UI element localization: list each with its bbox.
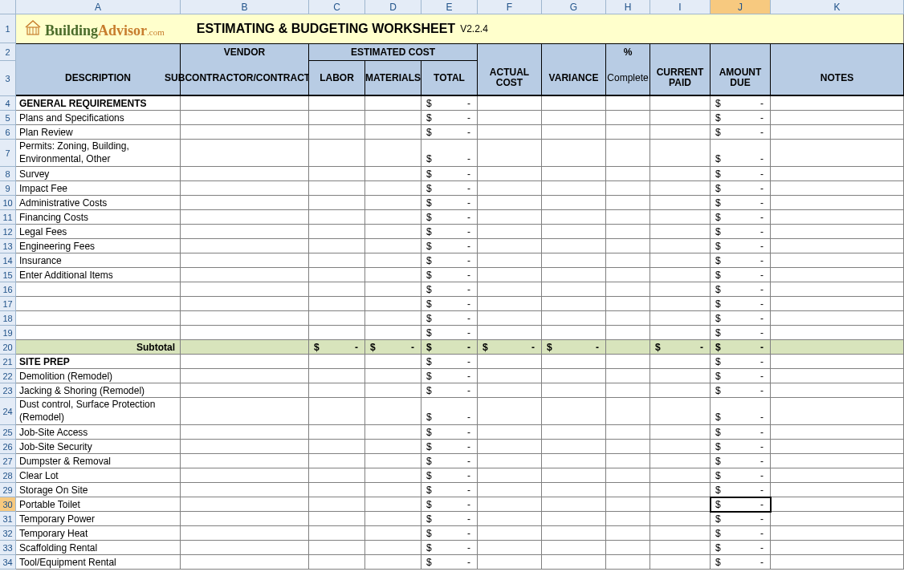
total-cell[interactable]: $- (421, 398, 478, 425)
row-header-17[interactable]: 17 (0, 297, 16, 311)
materials-cell[interactable] (365, 196, 421, 210)
materials-cell[interactable] (365, 225, 421, 239)
row-header-33[interactable]: 33 (0, 541, 16, 555)
total-cell[interactable]: $- (421, 425, 478, 440)
variance-cell[interactable] (542, 311, 606, 326)
total-cell[interactable]: $- (421, 526, 478, 541)
labor-cell[interactable] (309, 326, 365, 340)
actual-cell[interactable] (478, 526, 542, 541)
total-cell[interactable]: $- (421, 239, 478, 253)
row-header-8[interactable]: 8 (0, 167, 16, 181)
materials-cell[interactable] (365, 425, 421, 440)
pct-cell[interactable] (606, 555, 650, 570)
materials-cell[interactable] (365, 454, 421, 468)
variance-cell[interactable] (542, 468, 606, 483)
labor-cell[interactable] (309, 440, 365, 454)
materials-cell[interactable] (365, 181, 421, 196)
actual-cell[interactable] (478, 210, 542, 225)
materials-cell[interactable] (365, 512, 421, 526)
row-header-22[interactable]: 22 (0, 369, 16, 383)
labor-cell[interactable] (309, 425, 365, 440)
row-header-30[interactable]: 30 (0, 497, 16, 512)
row-header-27[interactable]: 27 (0, 454, 16, 468)
total-cell[interactable]: $- (421, 96, 478, 111)
desc-cell[interactable]: GENERAL REQUIREMENTS (16, 96, 181, 111)
labor-cell[interactable] (309, 468, 365, 483)
labor-cell[interactable] (309, 483, 365, 497)
total-cell[interactable]: $- (421, 268, 478, 282)
due-cell[interactable]: $- (711, 181, 771, 196)
desc-cell[interactable]: Demolition (Remodel) (16, 369, 181, 383)
pct-cell[interactable] (606, 326, 650, 340)
materials-cell[interactable] (365, 369, 421, 383)
vendor-cell[interactable] (181, 140, 309, 167)
desc-cell[interactable]: Storage On Site (16, 483, 181, 497)
actual-cell[interactable] (478, 282, 542, 297)
total-cell[interactable]: $- (421, 383, 478, 398)
vendor-cell[interactable] (181, 454, 309, 468)
total-cell[interactable]: $- (421, 196, 478, 210)
pct-cell[interactable] (606, 210, 650, 225)
total-cell[interactable]: $- (421, 454, 478, 468)
due-cell[interactable]: $- (711, 355, 771, 369)
vendor-cell[interactable] (181, 541, 309, 555)
labor-cell[interactable] (309, 526, 365, 541)
pct-cell[interactable] (606, 196, 650, 210)
total-cell[interactable]: $- (421, 282, 478, 297)
col-header-K[interactable]: K (771, 0, 904, 14)
notes-cell[interactable] (771, 297, 904, 311)
pct-cell[interactable] (606, 96, 650, 111)
desc-cell[interactable]: Engineering Fees (16, 239, 181, 253)
materials-cell[interactable] (365, 526, 421, 541)
col-header-G[interactable]: G (542, 0, 606, 14)
row-header-23[interactable]: 23 (0, 383, 16, 398)
row-header-18[interactable]: 18 (0, 311, 16, 326)
due-cell[interactable]: $- (711, 225, 771, 239)
due-cell[interactable]: $- (711, 111, 771, 125)
desc-cell[interactable]: Jacking & Shoring (Remodel) (16, 383, 181, 398)
paid-cell[interactable] (650, 111, 711, 125)
due-cell[interactable]: $- (711, 526, 771, 541)
variance-cell[interactable] (542, 483, 606, 497)
total-cell[interactable]: $- (421, 369, 478, 383)
vendor-cell[interactable] (181, 268, 309, 282)
labor-cell[interactable] (309, 96, 365, 111)
notes-cell[interactable] (771, 96, 904, 111)
due-cell[interactable]: $- (711, 369, 771, 383)
actual-cell[interactable] (478, 454, 542, 468)
paid-cell[interactable] (650, 181, 711, 196)
vendor-cell[interactable] (181, 239, 309, 253)
vendor-cell[interactable] (181, 425, 309, 440)
paid-cell[interactable] (650, 497, 711, 512)
row-header-10[interactable]: 10 (0, 196, 16, 210)
due-cell[interactable]: $- (711, 96, 771, 111)
paid-cell[interactable] (650, 253, 711, 268)
variance-cell[interactable] (542, 398, 606, 425)
actual-cell[interactable] (478, 355, 542, 369)
due-cell[interactable]: $- (711, 383, 771, 398)
materials-cell[interactable] (365, 311, 421, 326)
total-cell[interactable]: $- (421, 181, 478, 196)
desc-cell[interactable] (16, 326, 181, 340)
variance-cell[interactable] (542, 454, 606, 468)
row-header-32[interactable]: 32 (0, 526, 16, 541)
labor-cell[interactable] (309, 210, 365, 225)
actual-cell[interactable] (478, 253, 542, 268)
vendor-cell[interactable] (181, 497, 309, 512)
actual-cell[interactable] (478, 239, 542, 253)
due-cell[interactable]: $- (711, 268, 771, 282)
vendor-cell[interactable] (181, 225, 309, 239)
total-cell[interactable]: $- (421, 326, 478, 340)
labor-cell[interactable] (309, 225, 365, 239)
vendor-cell[interactable] (181, 181, 309, 196)
paid-cell[interactable] (650, 512, 711, 526)
due-cell[interactable]: $- (711, 167, 771, 181)
row-header-29[interactable]: 29 (0, 483, 16, 497)
col-header-C[interactable]: C (309, 0, 365, 14)
total-cell[interactable]: $- (421, 541, 478, 555)
variance-cell[interactable] (542, 225, 606, 239)
materials-cell[interactable] (365, 326, 421, 340)
materials-cell[interactable] (365, 297, 421, 311)
desc-cell[interactable]: Impact Fee (16, 181, 181, 196)
row-header-25[interactable]: 25 (0, 425, 16, 440)
